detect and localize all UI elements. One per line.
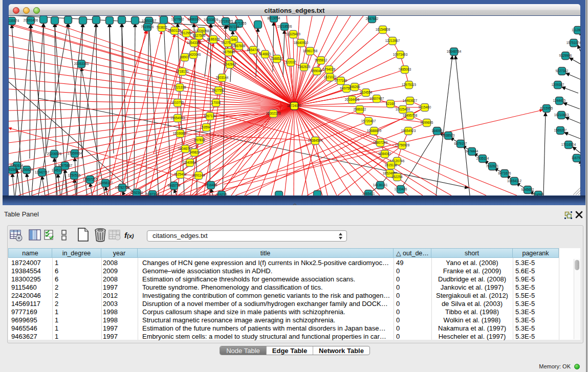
svg-text:20164436: 20164436	[345, 98, 360, 101]
svg-text:116753: 116753	[572, 156, 580, 160]
svg-text:18807249: 18807249	[373, 141, 388, 144]
svg-text:19756928: 19756928	[395, 143, 410, 147]
svg-text:9242848: 9242848	[224, 62, 236, 66]
svg-text:17006: 17006	[211, 101, 221, 104]
svg-text:9146821: 9146821	[259, 52, 272, 56]
svg-text:252254: 252254	[391, 175, 403, 179]
svg-text:30975887: 30975887	[58, 164, 73, 167]
svg-text:1733426: 1733426	[395, 187, 407, 191]
svg-text:8660124: 8660124	[168, 29, 181, 32]
svg-text:2986322: 2986322	[354, 107, 366, 111]
svg-text:9115460: 9115460	[419, 105, 431, 109]
svg-text:17957255: 17957255	[83, 178, 98, 181]
svg-text:20053346: 20053346	[74, 62, 89, 65]
svg-text:899044: 899044	[311, 69, 322, 73]
svg-text:7955812: 7955812	[315, 58, 328, 62]
svg-text:9699695: 9699695	[421, 121, 433, 124]
svg-text:3912954: 3912954	[180, 31, 193, 35]
svg-text:322037: 322037	[285, 60, 296, 64]
svg-text:924565: 924565	[533, 193, 544, 195]
svg-text:25302173: 25302173	[266, 112, 281, 115]
svg-text:1362635: 1362635	[298, 65, 311, 69]
svg-text:3267130: 3267130	[204, 114, 216, 118]
svg-text:19384554: 19384554	[308, 139, 323, 142]
svg-text:1250515: 1250515	[68, 173, 81, 177]
svg-text:349822: 349822	[189, 150, 200, 154]
svg-text:9327505: 9327505	[193, 34, 206, 37]
svg-text:16543362: 16543362	[187, 41, 202, 45]
svg-text:12975115: 12975115	[402, 83, 416, 86]
svg-text:1112804: 1112804	[572, 28, 580, 32]
svg-text:10025438: 10025438	[396, 107, 410, 111]
svg-text:1588520: 1588520	[271, 57, 284, 60]
svg-text:1621022: 1621022	[324, 75, 337, 79]
svg-text:10607487: 10607487	[369, 97, 384, 100]
svg-text:746266: 746266	[349, 85, 360, 89]
svg-text:7357224: 7357224	[227, 25, 239, 29]
svg-text:1615132: 1615132	[385, 163, 398, 167]
svg-text:3875685: 3875685	[223, 50, 235, 54]
svg-text:1010755: 1010755	[171, 101, 184, 104]
svg-text:10653267: 10653267	[142, 19, 157, 23]
svg-text:8427552: 8427552	[212, 89, 225, 92]
svg-text:14136141: 14136141	[373, 183, 388, 187]
svg-text:1065411: 1065411	[362, 192, 375, 195]
svg-text:1540994: 1540994	[184, 161, 197, 164]
svg-text:10688609: 10688609	[367, 129, 382, 133]
svg-text:19654923: 19654923	[401, 129, 416, 133]
svg-text:6794028: 6794028	[323, 68, 336, 71]
svg-text:3716485: 3716485	[205, 183, 217, 187]
svg-text:19218506: 19218506	[277, 25, 292, 28]
svg-text:1527602: 1527602	[171, 17, 184, 21]
svg-text:1569207: 1569207	[554, 128, 567, 132]
svg-text:10654112: 10654112	[507, 179, 521, 183]
svg-text:10973493: 10973493	[393, 53, 408, 56]
svg-text:16782759: 16782759	[115, 186, 130, 189]
svg-text:19654983: 19654983	[170, 116, 185, 120]
svg-text:8186328: 8186328	[207, 37, 220, 41]
svg-text:1691144: 1691144	[192, 173, 205, 177]
svg-text:9777169: 9777169	[335, 79, 347, 82]
svg-text:8454749: 8454749	[247, 48, 260, 52]
svg-text:9465779: 9465779	[168, 184, 181, 187]
svg-text:62160: 62160	[386, 102, 395, 105]
svg-text:98901: 98901	[180, 55, 189, 59]
svg-text:1156829: 1156829	[20, 168, 33, 171]
svg-text:10958107: 10958107	[98, 181, 113, 185]
svg-text:8813054: 8813054	[268, 16, 280, 20]
svg-text:2867608: 2867608	[233, 44, 246, 48]
svg-text:2718170: 2718170	[176, 70, 189, 73]
svg-text:857833: 857833	[194, 138, 205, 142]
svg-text:12213967: 12213967	[385, 39, 400, 42]
svg-text:17016504: 17016504	[561, 143, 576, 146]
svg-text:9187314: 9187314	[146, 192, 159, 195]
svg-text:18495758: 18495758	[403, 114, 418, 117]
svg-text:3624554: 3624554	[360, 91, 373, 94]
svg-text:1292346: 1292346	[130, 191, 143, 194]
svg-text:2803144: 2803144	[216, 76, 229, 79]
svg-text:9329906: 9329906	[559, 54, 572, 57]
svg-text:20691406: 20691406	[24, 18, 38, 22]
svg-text:17359934: 17359934	[68, 151, 82, 155]
svg-text:1244415: 1244415	[553, 99, 566, 102]
svg-text:16648784: 16648784	[447, 50, 462, 53]
svg-text:16033809: 16033809	[204, 18, 219, 21]
svg-text:15720407: 15720407	[361, 119, 376, 123]
svg-text:8215955: 8215955	[540, 106, 553, 110]
svg-text:6466160: 6466160	[188, 17, 201, 21]
svg-text:53594: 53594	[202, 125, 211, 129]
svg-text:9084067: 9084067	[379, 152, 391, 156]
svg-text:16154808: 16154808	[376, 28, 390, 31]
svg-text:7515526: 7515526	[141, 25, 154, 29]
svg-text:15751074: 15751074	[567, 41, 580, 45]
svg-text:164095: 164095	[431, 129, 443, 133]
svg-text:1221338: 1221338	[173, 85, 186, 89]
svg-text:18724007: 18724007	[287, 104, 302, 107]
svg-text:546: 546	[231, 38, 237, 41]
svg-text:14463627: 14463627	[403, 99, 418, 102]
svg-text:19166827: 19166827	[173, 132, 188, 135]
svg-text:2087682: 2087682	[366, 17, 379, 20]
svg-text:18640910: 18640910	[294, 41, 309, 45]
svg-text:10719155: 10719155	[219, 19, 233, 23]
svg-text:14035574: 14035574	[9, 19, 19, 23]
